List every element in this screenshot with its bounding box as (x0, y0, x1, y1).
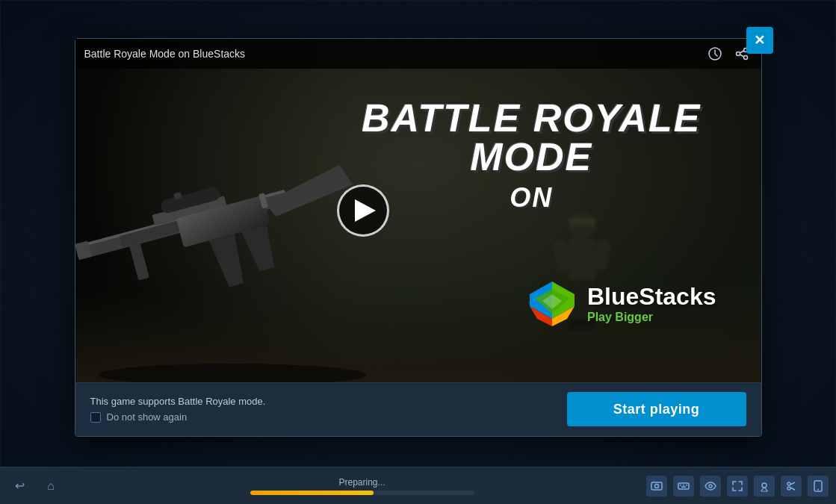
close-button[interactable]: ✕ (746, 27, 773, 54)
svg-rect-19 (592, 239, 611, 271)
video-title: Battle Royale Mode on BlueStacks (84, 48, 705, 60)
do-not-show-row[interactable]: Do not show again (90, 411, 567, 423)
modal-footer: This game supports Battle Royale mode. D… (75, 382, 761, 436)
svg-point-14 (98, 364, 367, 382)
battle-title-line1: BATTLE ROYALE (362, 99, 702, 137)
battle-title-line2: MODE (362, 137, 702, 176)
battle-on-text: ON (362, 182, 702, 214)
do-not-show-label: Do not show again (107, 411, 188, 423)
svg-rect-17 (569, 239, 595, 280)
play-triangle-icon (355, 199, 376, 222)
start-playing-button[interactable]: Start playing (567, 392, 746, 426)
footer-left: This game supports Battle Royale mode. D… (90, 396, 567, 423)
bluestacks-name: BlueStacks (587, 283, 716, 311)
svg-rect-8 (129, 241, 149, 280)
bluestacks-logo-area: BlueStacks Play Bigger (526, 278, 716, 330)
battle-text-overlay: BATTLE ROYALE MODE ON (362, 99, 702, 220)
bluestacks-text-area: BlueStacks Play Bigger (587, 283, 716, 324)
footer-description: This game supports Battle Royale mode. (90, 396, 567, 407)
svg-point-3 (736, 52, 740, 55)
video-title-bar: Battle Royale Mode on BlueStacks (75, 39, 761, 69)
bluestacks-icon (526, 278, 578, 330)
video-area[interactable]: Battle Royale Mode on BlueStacks (75, 39, 761, 382)
play-button[interactable] (337, 184, 389, 237)
do-not-show-checkbox[interactable] (90, 412, 101, 423)
modal-dialog: ✕ Battle Royale Mode on BlueStacks (75, 38, 762, 437)
svg-point-2 (743, 55, 747, 59)
clock-icon[interactable] (705, 43, 725, 64)
video-title-icons (705, 43, 752, 64)
svg-rect-10 (119, 220, 179, 246)
bluestacks-tagline: Play Bigger (587, 311, 716, 324)
svg-rect-18 (552, 239, 571, 271)
modal-backdrop: ✕ Battle Royale Mode on BlueStacks (0, 0, 836, 504)
